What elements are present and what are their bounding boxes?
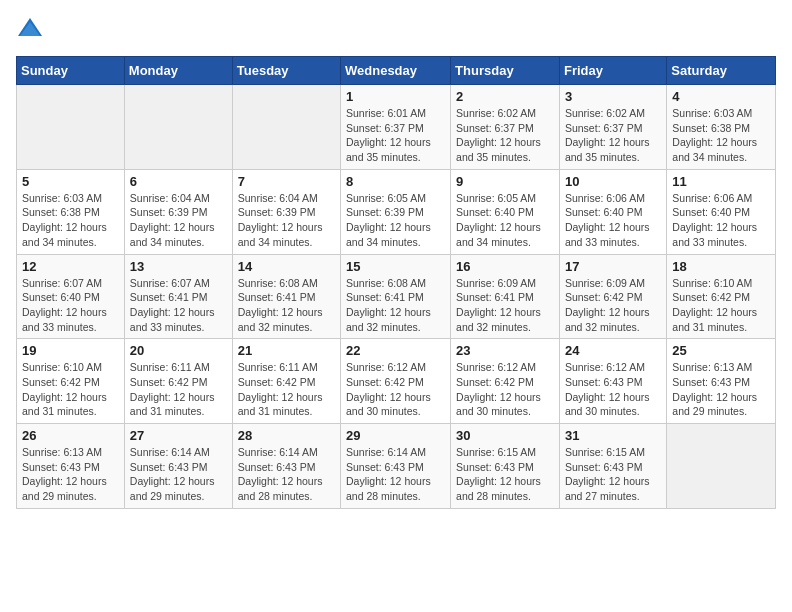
header-saturday: Saturday bbox=[667, 57, 776, 85]
day-info: Sunrise: 6:03 AMSunset: 6:38 PMDaylight:… bbox=[22, 191, 119, 250]
day-info: Sunrise: 6:12 AMSunset: 6:43 PMDaylight:… bbox=[565, 360, 661, 419]
day-number: 10 bbox=[565, 174, 661, 189]
table-cell: 13Sunrise: 6:07 AMSunset: 6:41 PMDayligh… bbox=[124, 254, 232, 339]
header-wednesday: Wednesday bbox=[341, 57, 451, 85]
header-monday: Monday bbox=[124, 57, 232, 85]
day-number: 29 bbox=[346, 428, 445, 443]
day-info: Sunrise: 6:09 AMSunset: 6:42 PMDaylight:… bbox=[565, 276, 661, 335]
day-number: 23 bbox=[456, 343, 554, 358]
day-info: Sunrise: 6:04 AMSunset: 6:39 PMDaylight:… bbox=[238, 191, 335, 250]
table-cell: 16Sunrise: 6:09 AMSunset: 6:41 PMDayligh… bbox=[451, 254, 560, 339]
day-number: 18 bbox=[672, 259, 770, 274]
day-number: 24 bbox=[565, 343, 661, 358]
day-info: Sunrise: 6:11 AMSunset: 6:42 PMDaylight:… bbox=[238, 360, 335, 419]
day-number: 5 bbox=[22, 174, 119, 189]
page-header bbox=[16, 16, 776, 44]
header-thursday: Thursday bbox=[451, 57, 560, 85]
day-info: Sunrise: 6:13 AMSunset: 6:43 PMDaylight:… bbox=[22, 445, 119, 504]
day-info: Sunrise: 6:05 AMSunset: 6:39 PMDaylight:… bbox=[346, 191, 445, 250]
day-number: 1 bbox=[346, 89, 445, 104]
table-cell: 14Sunrise: 6:08 AMSunset: 6:41 PMDayligh… bbox=[232, 254, 340, 339]
day-number: 17 bbox=[565, 259, 661, 274]
day-number: 3 bbox=[565, 89, 661, 104]
logo-icon bbox=[16, 16, 44, 44]
day-number: 15 bbox=[346, 259, 445, 274]
table-cell: 8Sunrise: 6:05 AMSunset: 6:39 PMDaylight… bbox=[341, 169, 451, 254]
day-info: Sunrise: 6:15 AMSunset: 6:43 PMDaylight:… bbox=[565, 445, 661, 504]
day-number: 25 bbox=[672, 343, 770, 358]
table-cell: 4Sunrise: 6:03 AMSunset: 6:38 PMDaylight… bbox=[667, 85, 776, 170]
week-row-5: 26Sunrise: 6:13 AMSunset: 6:43 PMDayligh… bbox=[17, 424, 776, 509]
day-number: 2 bbox=[456, 89, 554, 104]
header-row: SundayMondayTuesdayWednesdayThursdayFrid… bbox=[17, 57, 776, 85]
table-cell: 28Sunrise: 6:14 AMSunset: 6:43 PMDayligh… bbox=[232, 424, 340, 509]
day-info: Sunrise: 6:08 AMSunset: 6:41 PMDaylight:… bbox=[238, 276, 335, 335]
table-cell: 21Sunrise: 6:11 AMSunset: 6:42 PMDayligh… bbox=[232, 339, 340, 424]
table-cell bbox=[124, 85, 232, 170]
day-number: 11 bbox=[672, 174, 770, 189]
table-cell: 25Sunrise: 6:13 AMSunset: 6:43 PMDayligh… bbox=[667, 339, 776, 424]
day-info: Sunrise: 6:11 AMSunset: 6:42 PMDaylight:… bbox=[130, 360, 227, 419]
day-number: 30 bbox=[456, 428, 554, 443]
day-info: Sunrise: 6:10 AMSunset: 6:42 PMDaylight:… bbox=[672, 276, 770, 335]
table-cell: 3Sunrise: 6:02 AMSunset: 6:37 PMDaylight… bbox=[559, 85, 666, 170]
week-row-3: 12Sunrise: 6:07 AMSunset: 6:40 PMDayligh… bbox=[17, 254, 776, 339]
table-cell: 19Sunrise: 6:10 AMSunset: 6:42 PMDayligh… bbox=[17, 339, 125, 424]
day-info: Sunrise: 6:10 AMSunset: 6:42 PMDaylight:… bbox=[22, 360, 119, 419]
day-number: 16 bbox=[456, 259, 554, 274]
day-info: Sunrise: 6:05 AMSunset: 6:40 PMDaylight:… bbox=[456, 191, 554, 250]
calendar-table: SundayMondayTuesdayWednesdayThursdayFrid… bbox=[16, 56, 776, 509]
day-info: Sunrise: 6:02 AMSunset: 6:37 PMDaylight:… bbox=[456, 106, 554, 165]
table-cell: 2Sunrise: 6:02 AMSunset: 6:37 PMDaylight… bbox=[451, 85, 560, 170]
day-number: 26 bbox=[22, 428, 119, 443]
day-number: 27 bbox=[130, 428, 227, 443]
table-cell: 10Sunrise: 6:06 AMSunset: 6:40 PMDayligh… bbox=[559, 169, 666, 254]
day-number: 8 bbox=[346, 174, 445, 189]
table-cell bbox=[17, 85, 125, 170]
table-cell: 30Sunrise: 6:15 AMSunset: 6:43 PMDayligh… bbox=[451, 424, 560, 509]
day-number: 9 bbox=[456, 174, 554, 189]
week-row-1: 1Sunrise: 6:01 AMSunset: 6:37 PMDaylight… bbox=[17, 85, 776, 170]
day-info: Sunrise: 6:14 AMSunset: 6:43 PMDaylight:… bbox=[130, 445, 227, 504]
day-number: 22 bbox=[346, 343, 445, 358]
day-info: Sunrise: 6:08 AMSunset: 6:41 PMDaylight:… bbox=[346, 276, 445, 335]
day-info: Sunrise: 6:12 AMSunset: 6:42 PMDaylight:… bbox=[456, 360, 554, 419]
day-info: Sunrise: 6:02 AMSunset: 6:37 PMDaylight:… bbox=[565, 106, 661, 165]
table-cell: 1Sunrise: 6:01 AMSunset: 6:37 PMDaylight… bbox=[341, 85, 451, 170]
table-cell: 31Sunrise: 6:15 AMSunset: 6:43 PMDayligh… bbox=[559, 424, 666, 509]
table-cell: 7Sunrise: 6:04 AMSunset: 6:39 PMDaylight… bbox=[232, 169, 340, 254]
day-info: Sunrise: 6:12 AMSunset: 6:42 PMDaylight:… bbox=[346, 360, 445, 419]
table-cell: 29Sunrise: 6:14 AMSunset: 6:43 PMDayligh… bbox=[341, 424, 451, 509]
day-number: 31 bbox=[565, 428, 661, 443]
day-info: Sunrise: 6:06 AMSunset: 6:40 PMDaylight:… bbox=[565, 191, 661, 250]
table-cell: 12Sunrise: 6:07 AMSunset: 6:40 PMDayligh… bbox=[17, 254, 125, 339]
day-number: 21 bbox=[238, 343, 335, 358]
day-number: 20 bbox=[130, 343, 227, 358]
table-cell: 6Sunrise: 6:04 AMSunset: 6:39 PMDaylight… bbox=[124, 169, 232, 254]
day-number: 7 bbox=[238, 174, 335, 189]
day-number: 14 bbox=[238, 259, 335, 274]
day-info: Sunrise: 6:14 AMSunset: 6:43 PMDaylight:… bbox=[346, 445, 445, 504]
day-number: 28 bbox=[238, 428, 335, 443]
day-number: 12 bbox=[22, 259, 119, 274]
day-info: Sunrise: 6:01 AMSunset: 6:37 PMDaylight:… bbox=[346, 106, 445, 165]
day-number: 19 bbox=[22, 343, 119, 358]
header-sunday: Sunday bbox=[17, 57, 125, 85]
day-info: Sunrise: 6:09 AMSunset: 6:41 PMDaylight:… bbox=[456, 276, 554, 335]
table-cell: 11Sunrise: 6:06 AMSunset: 6:40 PMDayligh… bbox=[667, 169, 776, 254]
table-cell: 26Sunrise: 6:13 AMSunset: 6:43 PMDayligh… bbox=[17, 424, 125, 509]
day-info: Sunrise: 6:06 AMSunset: 6:40 PMDaylight:… bbox=[672, 191, 770, 250]
day-info: Sunrise: 6:07 AMSunset: 6:40 PMDaylight:… bbox=[22, 276, 119, 335]
table-cell: 24Sunrise: 6:12 AMSunset: 6:43 PMDayligh… bbox=[559, 339, 666, 424]
table-cell: 17Sunrise: 6:09 AMSunset: 6:42 PMDayligh… bbox=[559, 254, 666, 339]
table-cell: 27Sunrise: 6:14 AMSunset: 6:43 PMDayligh… bbox=[124, 424, 232, 509]
table-cell: 9Sunrise: 6:05 AMSunset: 6:40 PMDaylight… bbox=[451, 169, 560, 254]
logo bbox=[16, 16, 48, 44]
table-cell: 20Sunrise: 6:11 AMSunset: 6:42 PMDayligh… bbox=[124, 339, 232, 424]
table-cell: 22Sunrise: 6:12 AMSunset: 6:42 PMDayligh… bbox=[341, 339, 451, 424]
table-cell bbox=[667, 424, 776, 509]
day-info: Sunrise: 6:03 AMSunset: 6:38 PMDaylight:… bbox=[672, 106, 770, 165]
day-info: Sunrise: 6:14 AMSunset: 6:43 PMDaylight:… bbox=[238, 445, 335, 504]
header-friday: Friday bbox=[559, 57, 666, 85]
day-number: 6 bbox=[130, 174, 227, 189]
